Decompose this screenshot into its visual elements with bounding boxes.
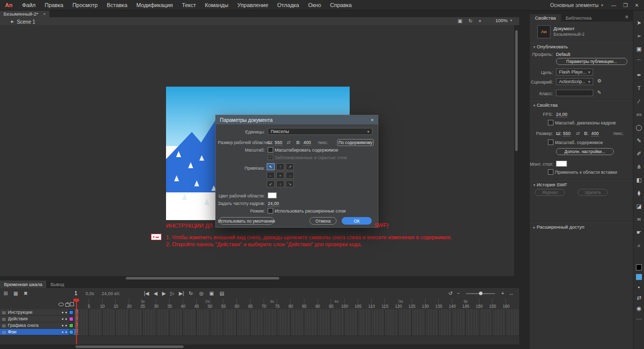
- timeline-zoom-slider[interactable]: [466, 293, 495, 294]
- layer-lock-dot[interactable]: [65, 325, 67, 326]
- layer-frames-4[interactable]: [75, 329, 519, 336]
- camera-icon[interactable]: ◉: [633, 305, 644, 312]
- height-value[interactable]: 400: [303, 140, 311, 146]
- menu-item-6[interactable]: Команды: [200, 0, 233, 10]
- section-swf-history[interactable]: ▾ История SWF: [533, 182, 567, 187]
- brush-tool-icon[interactable]: ✐: [633, 147, 644, 160]
- paint-bucket-tool-icon[interactable]: ◧: [633, 173, 644, 186]
- oval-tool-icon[interactable]: ◯: [633, 121, 644, 134]
- ok-button[interactable]: ОК: [342, 217, 372, 225]
- width-value[interactable]: 550: [275, 140, 282, 146]
- tab-close-icon[interactable]: ×: [43, 11, 46, 17]
- delete-button[interactable]: Удалить: [578, 189, 608, 196]
- use-defaults-button[interactable]: Использовать по умолчанию: [219, 217, 274, 225]
- menu-item-1[interactable]: Правка: [40, 0, 68, 10]
- timeline-horizontal-scrollbar[interactable]: [0, 344, 519, 349]
- target-dropdown[interactable]: Flash Playe... ▾: [556, 68, 593, 76]
- menu-item-2[interactable]: Просмотр: [68, 0, 102, 10]
- go-to-first-frame-button[interactable]: |◀: [143, 291, 149, 296]
- menu-item-3[interactable]: Вставка: [102, 0, 132, 10]
- link-dimensions-icon[interactable]: ⇄: [287, 140, 291, 145]
- layer-outline-color[interactable]: [69, 310, 73, 315]
- width-tool-icon[interactable]: ≍: [633, 213, 644, 226]
- dialog-titlebar[interactable]: Параметры документа ×: [216, 115, 378, 124]
- tab-timeline[interactable]: Временная шкала: [0, 281, 46, 288]
- units-dropdown[interactable]: Пикселы ▾: [268, 128, 372, 135]
- selection-tool-icon[interactable]: ➤: [633, 16, 644, 29]
- anchor-middle-left[interactable]: ←: [267, 172, 275, 179]
- new-folder-icon[interactable]: ▦: [13, 291, 18, 296]
- subselection-tool-icon[interactable]: ➢: [633, 29, 644, 42]
- anchor-bottom-right[interactable]: ↘: [286, 180, 294, 187]
- script-settings-icon[interactable]: ⚙: [597, 78, 602, 84]
- anchor-center[interactable]: •: [276, 172, 284, 179]
- pen-tool-icon[interactable]: ✒: [633, 68, 644, 82]
- menu-item-8[interactable]: Отладка: [273, 0, 303, 10]
- free-transform-tool-icon[interactable]: ▣: [633, 42, 644, 55]
- default-colors-icon[interactable]: ▪: [633, 284, 644, 291]
- scene-breadcrumb[interactable]: ▶ Scene 1: [11, 18, 35, 25]
- scale-frame-spans-checkbox[interactable]: [548, 120, 553, 125]
- workspace-switcher[interactable]: Основные элементы ▾: [550, 3, 603, 8]
- layer-lock-dot[interactable]: [65, 331, 67, 333]
- cancel-button[interactable]: Отмена: [309, 217, 337, 225]
- publish-settings-button[interactable]: Параметры публикации...: [556, 58, 627, 65]
- tab-library[interactable]: Библиотека: [561, 14, 596, 22]
- more-tools-icon[interactable]: ⋯: [633, 315, 644, 322]
- show-hide-all-icon[interactable]: [58, 303, 64, 306]
- stage-color-swatch[interactable]: [556, 161, 567, 167]
- profile-value[interactable]: Default: [556, 52, 571, 57]
- fit-timeline-icon[interactable]: ↔: [508, 291, 514, 296]
- hand-tool-icon[interactable]: ☛: [633, 226, 644, 239]
- rectangle-tool-icon[interactable]: ▭: [633, 108, 644, 121]
- class-input[interactable]: [556, 90, 593, 96]
- layer-row-3[interactable]: ▤Графика снега: [0, 322, 75, 329]
- clip-content-icon[interactable]: ▣: [458, 18, 462, 25]
- menu-item-5[interactable]: Текст: [178, 0, 201, 10]
- layer-visibility-dot[interactable]: [62, 325, 63, 326]
- layer-outline-color[interactable]: [69, 317, 73, 321]
- menu-item-4[interactable]: Модификация: [132, 0, 178, 10]
- frame-rate-value[interactable]: 24,00 к/с: [102, 291, 120, 296]
- text-tool-icon[interactable]: T: [633, 82, 644, 95]
- anchor-top-right[interactable]: ↗: [286, 163, 294, 170]
- onion-skin-icon[interactable]: ◌: [190, 291, 194, 296]
- center-playhead-icon[interactable]: ↺: [448, 291, 453, 296]
- restore-button[interactable]: ❐: [623, 3, 628, 8]
- anchor-bottom-left[interactable]: ↙: [267, 180, 275, 187]
- line-tool-icon[interactable]: ∕: [633, 95, 644, 108]
- link-dimensions-icon[interactable]: ⇄: [576, 131, 580, 136]
- document-tab[interactable]: Безымянный-2* ×: [0, 10, 49, 17]
- fps-value[interactable]: 24,00: [556, 112, 568, 117]
- panel-menu-icon[interactable]: ≡: [625, 14, 628, 20]
- timeline-ruler[interactable]: 1s2s3s4s5s6s5101520253035404550556065707…: [75, 299, 519, 310]
- onion-skin-outlines-icon[interactable]: ◎: [199, 291, 204, 296]
- apply-paste-area-checkbox[interactable]: [548, 169, 553, 175]
- delete-layer-icon[interactable]: ✖: [23, 291, 28, 296]
- layer-outline-color[interactable]: [69, 330, 73, 334]
- frame-rate-value[interactable]: 24,00: [268, 201, 279, 206]
- section-publish[interactable]: ▾ Опубликовать: [533, 44, 568, 49]
- layer-outline-color[interactable]: [69, 323, 73, 328]
- tab-properties[interactable]: Свойства: [530, 14, 561, 22]
- eyedropper-tool-icon[interactable]: ⧫: [633, 186, 644, 199]
- playhead-line[interactable]: [76, 299, 77, 344]
- step-forward-button[interactable]: ▷: [170, 291, 175, 296]
- layer-row-2[interactable]: ▤Действия: [0, 316, 75, 322]
- play-button[interactable]: ▶: [162, 291, 167, 296]
- minimize-button[interactable]: —: [611, 3, 616, 8]
- height-value[interactable]: 400: [591, 131, 599, 136]
- layer-visibility-dot[interactable]: [62, 312, 63, 313]
- layer-lock-dot[interactable]: [65, 318, 67, 320]
- layer-visibility-dot[interactable]: [62, 318, 63, 320]
- tab-output[interactable]: Вывод: [46, 281, 68, 288]
- edit-class-icon[interactable]: ✎: [597, 90, 601, 95]
- close-button[interactable]: ✕: [635, 3, 639, 8]
- anchor-top-center[interactable]: ↑: [276, 163, 284, 170]
- stage-horizontal-scrollbar[interactable]: [0, 276, 514, 281]
- anchor-bottom-center[interactable]: ↓: [276, 180, 284, 187]
- width-value[interactable]: 550: [563, 131, 571, 136]
- layer-lock-dot[interactable]: [65, 312, 67, 313]
- stage-vertical-scrollbar[interactable]: [514, 25, 519, 276]
- layer-frames-2[interactable]: [75, 316, 519, 323]
